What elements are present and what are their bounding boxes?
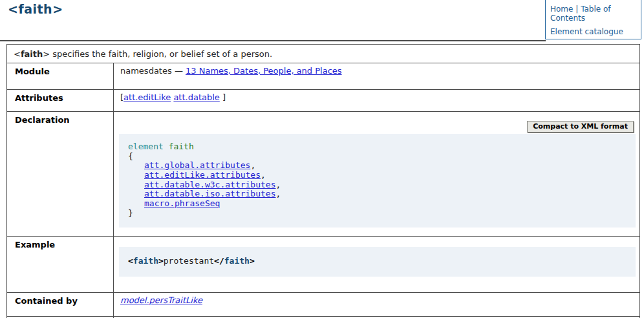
- declaration-toolbar: Compact to XML format: [114, 121, 634, 132]
- description-tag-name: faith: [21, 49, 43, 59]
- declaration-link-att-datable-w3c-attributes[interactable]: att.datable.w3c.attributes: [144, 180, 276, 189]
- declaration-link-att-editlike-attributes[interactable]: att.editLike.attributes: [144, 170, 261, 180]
- header-divider: [0, 40, 546, 41]
- example-close-bracket: </: [214, 256, 224, 266]
- nav-box: Home | Table of Contents Element catalog…: [545, 0, 641, 39]
- declaration-code-line: att.editLike.attributes,: [128, 171, 627, 180]
- contained-by-model-link[interactable]: model.persTraitLike: [120, 295, 202, 305]
- declaration-code-line: element faith: [128, 142, 627, 152]
- example-value-cell: <faith>protestant</faith>: [114, 237, 640, 293]
- module-dash: —: [175, 66, 183, 76]
- declaration-element-name: faith: [169, 142, 194, 151]
- declaration-link-att-global-attributes[interactable]: att.global.attributes: [144, 160, 250, 170]
- table-row-description: <faith> specifies the faith, religion, o…: [7, 45, 640, 63]
- page-title: <faith>: [8, 2, 63, 16]
- attributes-label: Attributes: [7, 90, 114, 112]
- module-value-cell: namesdates — 13 Names, Dates, People, an…: [114, 63, 640, 90]
- declaration-code-block: element faith { att.global.attributes, a…: [119, 134, 636, 228]
- description-cell: <faith> specifies the faith, religion, o…: [7, 45, 640, 63]
- example-code-line: <faith>protestant</faith>: [128, 257, 627, 266]
- description-tag-open: <: [14, 49, 21, 59]
- comma: ,: [250, 160, 255, 170]
- table-row-module: Module namesdates — 13 Names, Dates, Peo…: [7, 63, 640, 90]
- declaration-code-line: att.global.attributes,: [128, 161, 627, 171]
- module-name: namesdates: [120, 66, 172, 76]
- example-content-text: protestant: [164, 256, 214, 266]
- element-spec-table: <faith> specifies the faith, religion, o…: [6, 44, 640, 318]
- table-row-example: Example <faith>protestant</faith>: [7, 237, 640, 293]
- example-open-tag-name: faith: [133, 256, 158, 266]
- table-row-contained-by: Contained by model.persTraitLike: [7, 293, 640, 317]
- nav-line-primary: Home | Table of Contents: [550, 5, 636, 23]
- example-open-bracket-close: >: [158, 256, 164, 266]
- declaration-brace-open: {: [128, 152, 627, 162]
- example-label: Example: [7, 237, 114, 293]
- declaration-value-cell: Compact to XML format element faith { at…: [114, 112, 640, 237]
- table-row-declaration: Declaration Compact to XML format elemen…: [7, 112, 640, 237]
- declaration-code-line: att.datable.iso.attributes,: [128, 189, 627, 199]
- module-chapter-link[interactable]: 13 Names, Dates, People, and Places: [186, 66, 342, 76]
- nav-link-element-catalogue[interactable]: Element catalogue: [550, 27, 623, 36]
- contained-by-value-cell: model.persTraitLike: [114, 293, 640, 317]
- description-text: specifies the faith, religion, or belief…: [50, 49, 272, 59]
- attributes-value-cell: [att.editLike att.datable ]: [114, 90, 640, 112]
- attributes-bracket-close: ]: [222, 92, 226, 102]
- declaration-keyword: element: [128, 142, 164, 151]
- comma: ,: [276, 189, 281, 198]
- module-label: Module: [7, 63, 114, 90]
- declaration-code-line: macro.phraseSeq: [128, 199, 627, 209]
- contained-by-label: Contained by: [7, 293, 114, 317]
- declaration-code-line: att.datable.w3c.attributes,: [128, 180, 627, 190]
- declaration-link-macro-phraseseq[interactable]: macro.phraseSeq: [144, 198, 220, 208]
- compact-to-xml-button[interactable]: Compact to XML format: [527, 121, 634, 132]
- declaration-link-att-datable-iso-attributes[interactable]: att.datable.iso.attributes: [144, 189, 276, 198]
- declaration-label: Declaration: [7, 112, 114, 237]
- description-tag-close: >: [43, 49, 50, 59]
- attribute-class-link-datable[interactable]: att.datable: [173, 92, 219, 102]
- example-code-block: <faith>protestant</faith>: [119, 247, 636, 277]
- nav-link-home[interactable]: Home: [550, 5, 573, 14]
- nav-separator: |: [575, 5, 578, 14]
- page: <faith> Home | Table of Contents Element…: [0, 0, 644, 318]
- nav-line-secondary: Element catalogue: [550, 27, 636, 36]
- attribute-class-link-editlike[interactable]: att.editLike: [123, 92, 171, 102]
- table-row-attributes: Attributes [att.editLike att.datable ]: [7, 90, 640, 112]
- example-open-bracket: <: [128, 256, 133, 266]
- declaration-brace-close: }: [128, 209, 627, 218]
- comma: ,: [261, 170, 266, 180]
- example-close-bracket-close: >: [250, 256, 255, 266]
- comma: ,: [276, 180, 281, 189]
- example-close-tag-name: faith: [224, 256, 250, 266]
